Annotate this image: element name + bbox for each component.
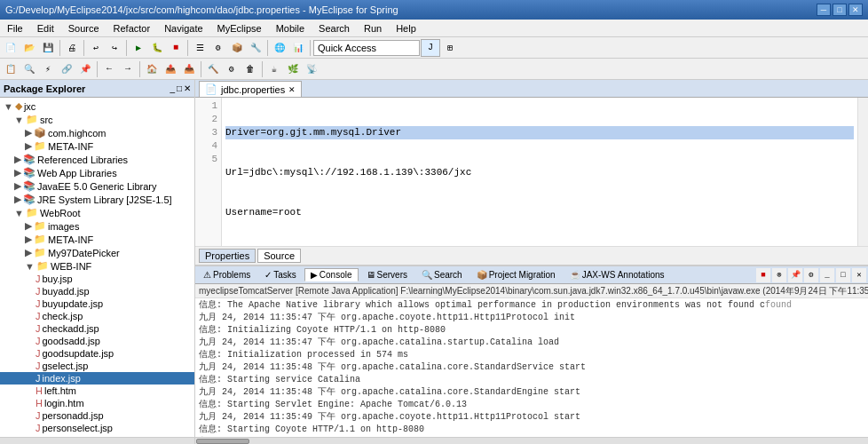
editor-tab-jdbc[interactable]: 📄 jdbc.properties ✕	[199, 81, 302, 97]
tree-item-buyupdate-jsp[interactable]: J buyupdate.jsp	[0, 297, 194, 310]
console-max-btn[interactable]: □	[836, 268, 850, 282]
toolbar2-btn-16[interactable]: 📡	[303, 60, 320, 78]
console-output[interactable]: 信息: The Apache Native library which allo…	[195, 298, 868, 437]
run-button[interactable]: ▶	[130, 39, 147, 57]
toolbar2-btn-8[interactable]: 🏠	[143, 60, 161, 78]
toolbar2-btn-12[interactable]: ⚙	[223, 60, 241, 78]
minimize-button[interactable]: ─	[817, 4, 831, 16]
toolbar2-btn-1[interactable]: 📋	[2, 60, 20, 78]
tree-item-meta-inf[interactable]: ▶ 📁 META-INF	[0, 139, 194, 153]
toolbar-btn-9[interactable]: 🌐	[271, 39, 288, 57]
quick-access-input[interactable]	[313, 40, 420, 56]
menu-navigate[interactable]: Navigate	[161, 22, 206, 35]
tab-tasks[interactable]: ✓ Tasks	[258, 268, 303, 281]
tab-console[interactable]: ▶ Console	[304, 268, 359, 281]
debug-button[interactable]: 🐛	[148, 39, 166, 57]
tree-item-datepicker[interactable]: ▶ 📁 My97DatePicker	[0, 246, 194, 259]
scroll-thumb[interactable]	[196, 439, 249, 444]
tab-jaxws[interactable]: ☕ JAX-WS Annotations	[564, 268, 671, 281]
toolbar2-btn-2[interactable]: 🔍	[20, 60, 38, 78]
toolbar-btn-6[interactable]: ⚙	[209, 39, 227, 57]
tree-item-goodsadd-jsp[interactable]: J goodsadd.jsp	[0, 335, 194, 347]
toolbar2-btn-11[interactable]: 🔨	[204, 60, 222, 78]
toolbar2-btn-5[interactable]: 📌	[76, 60, 94, 78]
toolbar2-btn-4[interactable]: 🔗	[58, 60, 75, 78]
toolbar-btn-8[interactable]: 🔧	[247, 39, 264, 57]
undo-button[interactable]: ↩	[87, 39, 105, 57]
toolbar2-btn-7[interactable]: →	[119, 60, 137, 78]
save-button[interactable]: 💾	[39, 39, 57, 57]
tab-search[interactable]: 🔍 Search	[415, 268, 469, 281]
tree-item-src[interactable]: ▼ 📁 src	[0, 113, 194, 126]
code-editor[interactable]: Driver=org.gjt.mm.mysql.Driver Url=jdbc\…	[222, 98, 857, 246]
tree-item-ref-libs[interactable]: ▶ 📚 Referenced Libraries	[0, 153, 194, 166]
tree-item-jre-lib[interactable]: ▶ 📚 JRE System Library [J2SE-1.5]	[0, 193, 194, 206]
tree-item-check-jsp[interactable]: J check.jsp	[0, 310, 194, 322]
tree-item-index-jsp[interactable]: J index.jsp	[0, 372, 194, 385]
pe-close-icon[interactable]: ✕	[184, 83, 191, 93]
toolbar2-btn-15[interactable]: 🌿	[284, 60, 302, 78]
console-horizontal-scrollbar[interactable]	[195, 437, 868, 444]
console-close-btn[interactable]: ✕	[852, 268, 866, 282]
tree-item-login-htm[interactable]: H login.htm	[0, 397, 194, 409]
toolbar-btn-10[interactable]: 📊	[289, 39, 307, 57]
menu-myeclipse[interactable]: MyEclipse	[214, 22, 265, 35]
tree-item-personadd-jsp[interactable]: J personadd.jsp	[0, 409, 194, 422]
tree-item-checkadd-jsp[interactable]: J checkadd.jsp	[0, 322, 194, 335]
tree-item-jxc[interactable]: ▼ ◆ jxc	[0, 99, 194, 113]
close-button[interactable]: ✕	[848, 4, 863, 16]
menu-help[interactable]: Help	[392, 22, 420, 35]
menu-file[interactable]: File	[4, 22, 27, 35]
tree-item-webroot[interactable]: ▼ 📁 WebRoot	[0, 206, 194, 219]
pe-maximize-icon[interactable]: □	[177, 83, 182, 93]
toolbar2-btn-3[interactable]: ⚡	[39, 60, 57, 78]
tree-item-buy-jsp[interactable]: J buy.jsp	[0, 273, 194, 285]
menu-refactor[interactable]: Refactor	[110, 22, 154, 35]
menu-edit[interactable]: Edit	[34, 22, 58, 35]
tree-item-buyadd-jsp[interactable]: J buyadd.jsp	[0, 285, 194, 297]
menu-search[interactable]: Search	[315, 22, 353, 35]
perspective-btn-2[interactable]: ⊞	[441, 39, 459, 57]
tree-item-meta-inf-webroot[interactable]: ▶ 📁 META-INF	[0, 233, 194, 246]
toolbar-btn-5[interactable]: ☰	[191, 39, 209, 57]
tree-item-com-highcom[interactable]: ▶ 📦 com.highcom	[0, 126, 194, 139]
tree-item-webinf[interactable]: ▼ 📁 WEB-INF	[0, 259, 194, 273]
tab-close-icon[interactable]: ✕	[288, 85, 296, 94]
open-button[interactable]: 📂	[20, 39, 38, 57]
tree-item-gselect-jsp[interactable]: J gselect.jsp	[0, 360, 194, 372]
tree-item-webapp-libs[interactable]: ▶ 📚 Web App Libraries	[0, 166, 194, 179]
menu-run[interactable]: Run	[360, 22, 385, 35]
tree-item-goodsupdate-jsp[interactable]: J goodsupdate.jsp	[0, 347, 194, 360]
tab-project-migration[interactable]: 📦 Project Migration	[470, 268, 562, 281]
console-settings-btn[interactable]: ⚙	[804, 268, 818, 282]
tree-item-javaee-lib[interactable]: ▶ 📚 JavaEE 5.0 Generic Library	[0, 179, 194, 193]
menu-source[interactable]: Source	[65, 22, 103, 35]
new-button[interactable]: 📄	[2, 39, 20, 57]
properties-tab[interactable]: Properties	[199, 249, 256, 263]
toolbar2-btn-9[interactable]: 📤	[162, 60, 179, 78]
console-clear-btn[interactable]: ⊗	[772, 268, 786, 282]
tree-item-personselect-jsp[interactable]: J personselect.jsp	[0, 422, 194, 434]
stop-button[interactable]: ■	[167, 39, 185, 57]
toolbar2-btn-6[interactable]: ←	[100, 60, 118, 78]
print-button[interactable]: 🖨	[63, 39, 81, 57]
source-tab[interactable]: Source	[257, 249, 301, 263]
menu-mobile[interactable]: Mobile	[272, 22, 308, 35]
package-explorer-scrollbar[interactable]	[0, 437, 194, 444]
toolbar2-btn-13[interactable]: 🗑	[241, 60, 259, 78]
console-terminate-btn[interactable]: ■	[756, 268, 770, 282]
tree-item-images[interactable]: ▶ 📁 images	[0, 219, 194, 233]
toolbar-btn-7[interactable]: 📦	[228, 39, 246, 57]
editor-scrollbar[interactable]	[857, 98, 868, 246]
tab-servers[interactable]: 🖥 Servers	[360, 268, 414, 281]
perspective-btn-1[interactable]: J	[421, 39, 440, 57]
console-pin-btn[interactable]: 📌	[788, 268, 802, 282]
toolbar2-btn-14[interactable]: ☕	[265, 60, 283, 78]
tab-problems[interactable]: ⚠ Problems	[197, 268, 256, 281]
tree-item-left-htm[interactable]: H left.htm	[0, 385, 194, 397]
toolbar2-btn-10[interactable]: 📥	[180, 60, 198, 78]
redo-button[interactable]: ↪	[106, 39, 123, 57]
pe-minimize-icon[interactable]: _	[170, 83, 175, 93]
console-min-btn[interactable]: _	[820, 268, 834, 282]
maximize-button[interactable]: □	[832, 4, 847, 16]
